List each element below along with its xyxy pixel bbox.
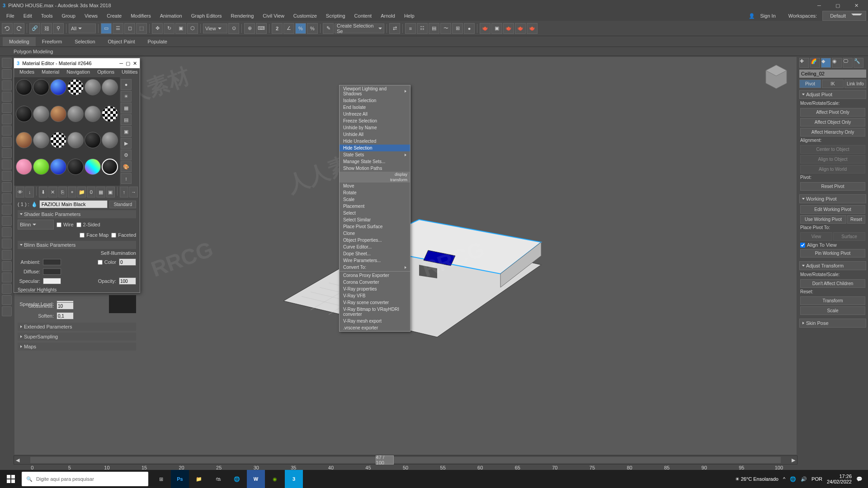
menu-content[interactable]: Content — [350, 12, 377, 20]
time-prev-button[interactable]: ◀ — [14, 457, 21, 463]
me-menu-utilities[interactable]: Utilities — [118, 68, 141, 77]
ctx-select[interactable]: Select — [340, 210, 410, 216]
reset-transform-button[interactable]: Transform — [800, 296, 865, 305]
me-mtl-id[interactable]: 0 — [87, 187, 95, 197]
menu-help[interactable]: Help — [400, 12, 419, 20]
nvidia-taskbar-icon[interactable]: ◉ — [266, 470, 284, 488]
pivot-center-button[interactable]: ⊙ — [228, 23, 239, 34]
select-region-rect-button[interactable]: ◻ — [124, 23, 135, 34]
dont-affect-children-button[interactable]: Don't Affect Children — [800, 279, 865, 288]
me-background[interactable]: ▦ — [121, 103, 132, 113]
left-tool-13[interactable] — [2, 193, 12, 203]
material-slot[interactable] — [85, 106, 101, 122]
ribbon-sub-polygon-modeling[interactable]: Polygon Modeling — [9, 48, 57, 55]
store-taskbar-icon[interactable]: 🛍 — [209, 470, 227, 488]
task-view-button[interactable]: ⊞ — [152, 470, 170, 488]
ctx-viewport-lighting[interactable]: Viewport Lighting and Shadows — [340, 85, 410, 97]
facemap-checkbox[interactable]: Face Map — [80, 232, 108, 238]
pivot-tab[interactable]: Pivot — [799, 80, 821, 88]
motion-tab-button[interactable]: ◉ — [832, 58, 842, 68]
me-show-map[interactable]: ▦ — [96, 187, 105, 197]
me-show-result[interactable]: ▣ — [106, 187, 115, 197]
me-mat-map-nav[interactable]: ↕ — [121, 173, 132, 184]
ref-coord-dropdown[interactable]: View — [203, 23, 227, 33]
ctx-vray-mesh-export[interactable]: V-Ray mesh export — [340, 318, 410, 324]
material-slot[interactable] — [50, 132, 66, 148]
material-name-field[interactable] — [39, 200, 108, 208]
render-production-button[interactable]: 🫖 — [503, 23, 514, 34]
material-type-button[interactable]: Standard — [109, 201, 136, 208]
ik-tab[interactable]: IK — [822, 80, 844, 88]
material-editor-button[interactable]: ● — [464, 23, 475, 34]
me-make-unique[interactable]: ⚬ — [68, 187, 76, 197]
affect-object-only-button[interactable]: Affect Object Only — [800, 118, 865, 127]
workspace-dropdown[interactable]: Default — [822, 11, 866, 21]
material-slot[interactable] — [16, 159, 32, 175]
menu-group[interactable]: Group — [57, 12, 80, 20]
time-next-button[interactable]: ▶ — [790, 457, 797, 463]
ctx-convert-to[interactable]: Convert To: — [340, 264, 410, 271]
word-taskbar-icon[interactable]: W — [247, 470, 265, 488]
material-slot[interactable] — [102, 79, 118, 95]
ctx-curve-editor[interactable]: Curve Editor... — [340, 244, 410, 250]
opacity-value[interactable] — [119, 277, 136, 285]
chrome-taskbar-icon[interactable]: 🌐 — [228, 470, 246, 488]
ctx-corona-converter[interactable]: Corona Converter — [340, 279, 410, 286]
left-tool-11[interactable] — [2, 171, 12, 181]
me-put-library[interactable]: 📁 — [77, 187, 86, 197]
hierarchy-tab-button[interactable]: ◆ — [821, 58, 831, 68]
align-button[interactable]: ≡ — [405, 23, 416, 34]
ctx-hide-selection[interactable]: Hide Selection — [340, 145, 410, 151]
rotate-button[interactable]: ↻ — [164, 23, 175, 34]
pin-working-pivot-button[interactable]: Pin Working Pivot — [800, 249, 865, 258]
material-slot[interactable] — [85, 132, 101, 148]
ambient-swatch[interactable] — [43, 259, 61, 265]
material-editor-close[interactable]: ✕ — [133, 61, 137, 66]
select-name-button[interactable]: ☰ — [113, 23, 123, 34]
material-editor-minimize[interactable]: ─ — [119, 61, 123, 66]
material-slot[interactable] — [67, 106, 84, 122]
me-menu-material[interactable]: Material — [38, 68, 63, 77]
rendered-frame-button[interactable]: ▣ — [491, 23, 502, 34]
material-slot[interactable] — [85, 159, 101, 175]
menu-modifiers[interactable]: Modifiers — [126, 12, 156, 20]
left-tool-21[interactable] — [2, 284, 12, 294]
menu-customize[interactable]: Customize — [289, 12, 321, 20]
me-preview[interactable]: ▶ — [121, 138, 132, 149]
modify-tab-button[interactable]: 🌈 — [810, 58, 820, 68]
skin-pose-rollout-header[interactable]: Skin Pose — [799, 319, 866, 328]
reset-pivot-button[interactable]: Reset Pivot — [800, 182, 865, 191]
file-explorer-taskbar-icon[interactable]: 📁 — [190, 470, 208, 488]
place-pivot-surface-button[interactable]: Surface — [833, 232, 865, 241]
diffuse-swatch[interactable] — [43, 268, 61, 275]
ctx-manage-state-sets[interactable]: Manage State Sets... — [340, 158, 410, 165]
left-tool-19[interactable] — [2, 261, 12, 271]
me-backlight[interactable]: ☀ — [121, 91, 132, 102]
left-tool-1[interactable] — [2, 58, 12, 68]
specular-swatch[interactable] — [43, 278, 61, 284]
adjust-transform-rollout-header[interactable]: Adjust Transform — [799, 261, 866, 270]
bind-button[interactable]: ⚲ — [53, 23, 64, 34]
gloss-value[interactable] — [57, 302, 74, 310]
edit-named-sel-button[interactable]: ✎ — [323, 23, 334, 34]
render-iterative-button[interactable]: 🫖 — [515, 23, 526, 34]
tab-modeling[interactable]: Modeling — [3, 37, 36, 46]
left-tool-4[interactable] — [2, 92, 12, 102]
left-tool-2[interactable] — [2, 69, 12, 79]
close-button[interactable]: ✕ — [847, 0, 865, 10]
left-tool-23[interactable] — [2, 306, 12, 316]
me-menu-options[interactable]: Options — [94, 68, 118, 77]
photoshop-taskbar-icon[interactable]: Ps — [171, 470, 189, 488]
selfillum-color-checkbox[interactable]: Color — [98, 259, 116, 265]
percent-snap-button[interactable]: % — [295, 23, 306, 34]
me-assign-sel[interactable]: ⬇ — [39, 187, 47, 197]
start-button[interactable] — [0, 470, 22, 488]
tab-freeform[interactable]: Freeform — [36, 37, 69, 46]
ctx-placement[interactable]: Placement — [340, 203, 410, 210]
ctx-isolate-selection[interactable]: Isolate Selection — [340, 97, 410, 104]
quad-context-menu[interactable]: Viewport Lighting and Shadows Isolate Se… — [339, 85, 410, 332]
soften-value[interactable] — [57, 312, 74, 319]
time-slider[interactable]: ◀ 47 / 100 ▶ — [14, 455, 797, 465]
material-slot[interactable] — [33, 159, 49, 175]
schematic-button[interactable]: ⊞ — [452, 23, 463, 34]
